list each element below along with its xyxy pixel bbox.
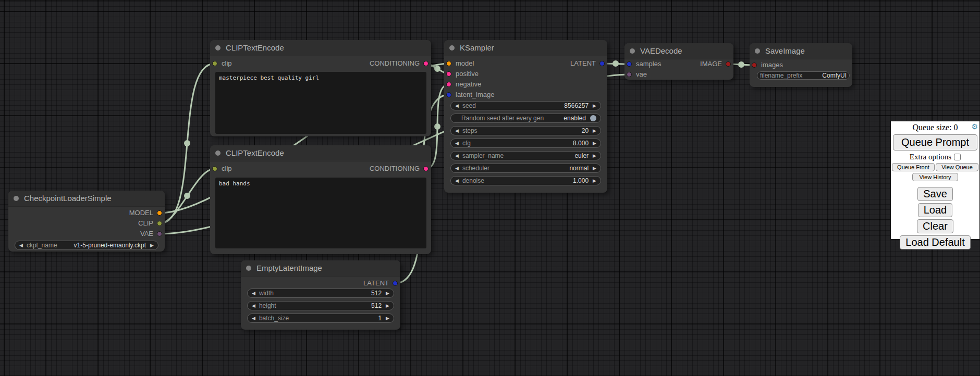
scheduler-widget[interactable]: ◀ scheduler normal ▶: [450, 164, 601, 173]
widget-value[interactable]: 512: [371, 302, 382, 309]
decrement-arrow-icon[interactable]: ◀: [252, 316, 255, 321]
node-title-bar[interactable]: KSampler: [444, 40, 607, 56]
node-graph-canvas[interactable]: CheckpointLoaderSimple MODEL CLIP VAE ◀ …: [0, 0, 980, 376]
node-title-bar[interactable]: SaveImage: [750, 43, 852, 59]
latent-image-input-port[interactable]: [446, 92, 451, 97]
width-widget[interactable]: ◀ width 512 ▶: [247, 289, 394, 298]
collapse-dot-icon[interactable]: [755, 48, 760, 54]
view-queue-button[interactable]: View Queue: [936, 163, 978, 171]
clear-button[interactable]: Clear: [917, 219, 953, 233]
random-seed-toggle-widget[interactable]: Random seed after every gen enabled: [450, 114, 601, 123]
increment-arrow-icon[interactable]: ▶: [386, 291, 389, 296]
vae-input-port[interactable]: [627, 72, 632, 77]
decrement-arrow-icon[interactable]: ◀: [252, 304, 255, 308]
latent-output-port[interactable]: [393, 281, 398, 286]
output-slot-vae: VAE: [140, 229, 153, 239]
conditioning-output-port[interactable]: [423, 166, 428, 171]
widget-value[interactable]: 1: [378, 315, 382, 322]
decrement-arrow-icon[interactable]: ◀: [455, 141, 459, 146]
widget-value[interactable]: enabled: [564, 115, 586, 122]
sampler-name-widget[interactable]: ◀ sampler_name euler ▶: [450, 151, 601, 160]
collapse-dot-icon[interactable]: [630, 48, 635, 54]
decrement-arrow-icon[interactable]: ◀: [455, 154, 459, 158]
widget-value[interactable]: euler: [574, 152, 589, 159]
input-slot-clip: clip: [222, 164, 232, 174]
increment-arrow-icon[interactable]: ▶: [386, 304, 389, 308]
increment-arrow-icon[interactable]: ▶: [150, 243, 154, 248]
filename-prefix-widget[interactable]: filename_prefix ComfyUI: [757, 71, 850, 80]
widget-value[interactable]: 8566257: [564, 102, 589, 109]
queue-front-button[interactable]: Queue Front: [892, 163, 935, 171]
node-title-bar[interactable]: EmptyLatentImage: [241, 260, 400, 277]
positive-input-port[interactable]: [446, 71, 451, 77]
extra-options-checkbox[interactable]: [954, 154, 961, 160]
node-clip-text-encode-negative[interactable]: CLIPTextEncode clip CONDITIONING bad han…: [210, 145, 431, 254]
toggle-circle-icon[interactable]: [590, 115, 596, 121]
node-vae-decode[interactable]: VAEDecode samples vae IMAGE: [624, 43, 733, 80]
queue-prompt-button[interactable]: Queue Prompt: [893, 134, 977, 151]
node-empty-latent-image[interactable]: EmptyLatentImage LATENT ◀ width 512 ▶ ◀ …: [241, 260, 400, 330]
node-title-bar[interactable]: CLIPTextEncode: [210, 145, 431, 161]
cfg-widget[interactable]: ◀ cfg 8.000 ▶: [450, 139, 601, 148]
seed-widget[interactable]: ◀ seed 8566257 ▶: [450, 101, 601, 110]
comfy-menu-panel[interactable]: Queue size: 0 ⚙ Queue Prompt Extra optio…: [890, 121, 980, 240]
widget-value[interactable]: normal: [569, 165, 589, 172]
view-history-button[interactable]: View History: [912, 173, 958, 181]
clip-output-port[interactable]: [157, 221, 162, 226]
clip-input-port[interactable]: [212, 61, 217, 66]
conditioning-output-port[interactable]: [423, 61, 428, 66]
increment-arrow-icon[interactable]: ▶: [593, 129, 596, 133]
widget-value[interactable]: 1.000: [573, 177, 589, 184]
decrement-arrow-icon[interactable]: ◀: [19, 243, 23, 248]
decrement-arrow-icon[interactable]: ◀: [252, 291, 255, 296]
node-clip-text-encode-positive[interactable]: CLIPTextEncode clip CONDITIONING masterp…: [210, 40, 431, 136]
collapse-dot-icon[interactable]: [215, 151, 220, 156]
node-checkpoint-loader-simple[interactable]: CheckpointLoaderSimple MODEL CLIP VAE ◀ …: [8, 191, 165, 252]
load-button[interactable]: Load: [918, 203, 953, 217]
increment-arrow-icon[interactable]: ▶: [593, 141, 596, 146]
save-button[interactable]: Save: [917, 187, 953, 201]
positive-prompt-textarea[interactable]: masterpiece best quality girl: [215, 72, 426, 134]
collapse-dot-icon[interactable]: [14, 196, 19, 201]
steps-widget[interactable]: ◀ steps 20 ▶: [450, 126, 601, 135]
widget-value[interactable]: 512: [371, 290, 382, 297]
ckpt-name-widget[interactable]: ◀ ckpt_name v1-5-pruned-emaonly.ckpt ▶: [15, 241, 158, 250]
widget-value[interactable]: 8.000: [573, 140, 589, 147]
settings-gear-icon[interactable]: ⚙: [971, 123, 978, 130]
node-ksampler[interactable]: KSampler model positive negative latent_…: [444, 40, 607, 193]
model-output-port[interactable]: [157, 210, 162, 216]
collapse-dot-icon[interactable]: [246, 266, 251, 271]
negative-prompt-textarea[interactable]: bad hands: [215, 178, 426, 248]
samples-input-port[interactable]: [627, 61, 632, 67]
increment-arrow-icon[interactable]: ▶: [386, 316, 389, 321]
widget-value[interactable]: 20: [582, 127, 589, 134]
increment-arrow-icon[interactable]: ▶: [593, 104, 596, 108]
decrement-arrow-icon[interactable]: ◀: [455, 104, 459, 108]
clip-input-port[interactable]: [212, 166, 217, 171]
negative-input-port[interactable]: [446, 82, 451, 87]
latent-output-port[interactable]: [599, 61, 605, 66]
load-default-button[interactable]: Load Default: [900, 235, 970, 249]
widget-label: steps: [462, 127, 477, 134]
node-title-bar[interactable]: CheckpointLoaderSimple: [8, 191, 165, 207]
node-title-bar[interactable]: VAEDecode: [624, 43, 733, 59]
batch-size-widget[interactable]: ◀ batch_size 1 ▶: [247, 314, 394, 323]
collapse-dot-icon[interactable]: [215, 45, 220, 51]
widget-value[interactable]: ComfyUI: [822, 72, 847, 79]
increment-arrow-icon[interactable]: ▶: [593, 166, 596, 171]
height-widget[interactable]: ◀ height 512 ▶: [247, 301, 394, 310]
node-save-image[interactable]: SaveImage images filename_prefix ComfyUI: [750, 43, 852, 87]
widget-value[interactable]: v1-5-pruned-emaonly.ckpt: [74, 242, 146, 249]
decrement-arrow-icon[interactable]: ◀: [455, 166, 459, 171]
decrement-arrow-icon[interactable]: ◀: [455, 179, 459, 183]
image-output-port[interactable]: [726, 61, 731, 67]
denoise-widget[interactable]: ◀ denoise 1.000 ▶: [450, 176, 601, 185]
decrement-arrow-icon[interactable]: ◀: [455, 129, 459, 133]
node-title-bar[interactable]: CLIPTextEncode: [210, 40, 431, 56]
collapse-dot-icon[interactable]: [449, 45, 455, 51]
vae-output-port[interactable]: [157, 231, 162, 236]
increment-arrow-icon[interactable]: ▶: [593, 154, 596, 158]
images-input-port[interactable]: [752, 62, 757, 68]
model-input-port[interactable]: [446, 61, 451, 66]
increment-arrow-icon[interactable]: ▶: [593, 179, 596, 183]
